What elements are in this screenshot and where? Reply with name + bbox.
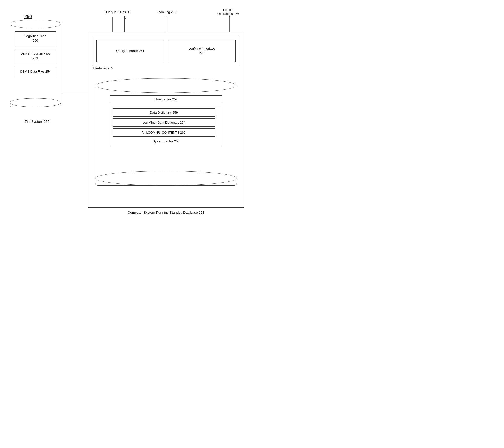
cylinder-top	[10, 19, 61, 28]
cylinder-bottom	[10, 98, 61, 107]
diagram-container: 250 LogMiner Code260 DBMS Program Files2…	[0, 0, 252, 224]
svg-marker-7	[124, 17, 126, 18]
query-interface-box: Query Interface 261	[96, 40, 164, 62]
standby-db-wrapper: User Tables 257 Data Dictionary 259 Log …	[90, 78, 242, 198]
filesystem-label: File System 252	[13, 120, 62, 124]
cylinder-shape: LogMiner Code260 DBMS Program Files253 D…	[10, 19, 61, 107]
v-logmnr-box: V_LOGMNR_CONTENTS 265	[113, 129, 215, 137]
standby-db-body: User Tables 257 Data Dictionary 259 Log …	[95, 86, 237, 186]
cylinder-body: LogMiner Code260 DBMS Program Files253 D…	[10, 24, 61, 107]
logical-ops-label: LogicalOperations 266	[217, 8, 239, 16]
logminer-interface-box: LogMiner Interface262	[168, 40, 236, 62]
standby-db-bottom-ellipse	[95, 171, 237, 186]
logminer-code-box: LogMiner Code260	[15, 31, 56, 45]
logminer-code-label: LogMiner Code260	[25, 34, 46, 42]
result-label: Result	[120, 10, 129, 14]
file-system-cylinder: LogMiner Code260 DBMS Program Files253 D…	[7, 19, 63, 107]
dbms-data-label: DBMS Data Files 254	[20, 70, 51, 73]
computer-system-label: Computer System Running Standby Database…	[83, 211, 249, 214]
user-tables-label: User Tables 257	[155, 97, 178, 101]
dbms-data-box: DBMS Data Files 254	[15, 67, 56, 76]
query-interface-label: Query Interface 261	[116, 49, 144, 53]
standby-db-top-ellipse	[95, 78, 237, 93]
data-dictionary-label: Data Dictionary 259	[150, 111, 178, 114]
dbms-program-label: DBMS Program Files253	[20, 52, 50, 60]
log-miner-data-dict-label: Log Miner Data Dictionary 264	[142, 121, 185, 124]
system-tables-label: System Tables 258	[113, 139, 219, 143]
user-tables-box: User Tables 257	[110, 95, 222, 103]
file-system-number: 250	[24, 14, 32, 19]
log-miner-data-dict-box: Log Miner Data Dictionary 264	[113, 118, 215, 127]
data-dictionary-box: Data Dictionary 259	[113, 109, 215, 116]
interfaces-label: Interfaces 255	[93, 66, 113, 70]
dbms-program-box: DBMS Program Files253	[15, 49, 56, 63]
v-logmnr-label: V_LOGMNR_CONTENTS 265	[142, 131, 186, 134]
interfaces-box: Query Interface 261 LogMiner Interface26…	[93, 36, 239, 65]
redo-log-label: Redo Log 209	[156, 10, 176, 14]
system-tables-box: Data Dictionary 259 Log Miner Data Dicti…	[110, 106, 222, 146]
logminer-interface-label: LogMiner Interface262	[189, 46, 215, 55]
query-label: Query 268	[105, 10, 119, 14]
